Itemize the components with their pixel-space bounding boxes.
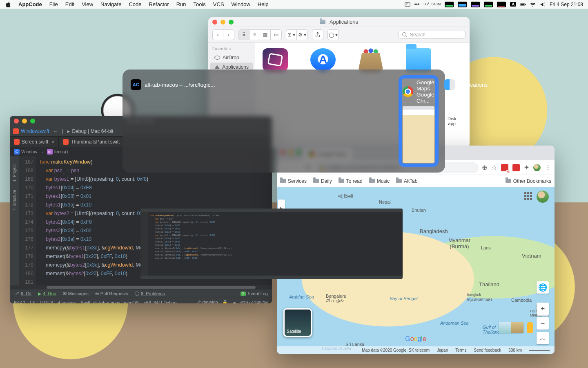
istat-mem-graph[interactable] [458, 2, 467, 7]
google-apps-icon[interactable] [524, 192, 533, 201]
menu-refactor[interactable]: Refactor [145, 0, 172, 9]
close-icon[interactable]: × [51, 139, 54, 145]
tool-messages[interactable]: ✉ Messages [63, 291, 89, 296]
satellite-toggle[interactable]: Satellite [283, 308, 312, 337]
tool-eventlog[interactable]: 2 Event Log [241, 291, 268, 296]
status-target[interactable]: Swift: alt-tab-macos | macOS ...x86_64] … [81, 300, 177, 304]
input-source-icon[interactable]: A [510, 2, 516, 7]
istat-net-graph[interactable] [471, 2, 480, 7]
wifi-icon[interactable] [530, 2, 536, 7]
menu-window[interactable]: Window [228, 0, 254, 9]
siderail-project[interactable]: 1: Project [12, 164, 17, 182]
bookmark-services[interactable]: Services [280, 178, 307, 184]
tool-pulls[interactable]: ⇋ Pull Requests [95, 291, 128, 296]
ide-tool-window-bar: ⎇ 9: Git ▶ 4: Run ✉ Messages ⇋ Pull Requ… [10, 289, 272, 298]
switcher-item-chrome[interactable]: Google Maps - Google Chr... [400, 77, 437, 165]
finder-search[interactable]: Search [398, 31, 466, 39]
menu-file[interactable]: File [46, 0, 62, 9]
expand-icon[interactable]: ︿ [537, 332, 549, 344]
finder-titlebar[interactable]: Applications [208, 17, 470, 27]
search-icon [402, 32, 408, 38]
apple-logo-icon[interactable] [6, 2, 11, 7]
tool-problems[interactable]: ⓘ 6: Problems [135, 291, 165, 297]
bookmark-music[interactable]: Music [369, 178, 390, 184]
gallery-view-icon[interactable]: ▭ [271, 30, 281, 40]
menu-code[interactable]: Code [125, 0, 145, 9]
istat-gpu-graph[interactable] [497, 2, 506, 7]
status-lock-icon[interactable]: 🔒 [222, 300, 228, 303]
istat-disk-graph[interactable] [484, 2, 493, 7]
switcher-item-appcode[interactable]: ACalt-tab-macos – .../src/logic... func … [128, 77, 395, 165]
other-bookmarks[interactable]: Other Bookmarks [506, 178, 551, 184]
icon-view-icon[interactable]: ⠿ [239, 30, 249, 40]
map-feedback[interactable]: Send feedback [474, 348, 501, 352]
pegman-icon[interactable] [527, 322, 533, 333]
tool-run[interactable]: ▶ 4: Run [38, 291, 56, 296]
list-view-icon[interactable]: ≡ [249, 30, 260, 40]
status-branch[interactable]: ⎇ develop [196, 300, 218, 303]
tags-button[interactable]: ◯ ▾ [327, 29, 339, 40]
bookmark-daily[interactable]: Daily [313, 178, 332, 184]
ide-traffic-lights[interactable] [14, 119, 35, 123]
label-bengaluru: Bengaluru ಬೆಂಗಳೂರು [326, 294, 346, 303]
sidebar-item-airdrop[interactable]: AirDrop [210, 53, 253, 62]
status-line-col[interactable]: 68:40 [14, 300, 25, 304]
svg-point-4 [403, 32, 406, 36]
menu-view[interactable]: View [78, 0, 97, 9]
menu-help[interactable]: Help [254, 0, 272, 9]
zoom-in-button[interactable]: + [537, 303, 549, 315]
tag-icon[interactable]: ◯ ▾ [328, 30, 339, 40]
switcher-thumb-chrome [403, 106, 434, 163]
menu-edit[interactable]: Edit [62, 0, 78, 9]
label-bangladesh: Bangladesh [420, 228, 448, 234]
menu-run[interactable]: Run [173, 0, 190, 9]
finder-icon [444, 79, 455, 90]
nav-back-forward[interactable]: ‹› [212, 29, 234, 40]
globe-icon[interactable]: 🌐 [537, 281, 549, 294]
gear-icon[interactable]: ⚙ ▾ [297, 30, 307, 40]
google-avatar[interactable] [537, 191, 549, 203]
map-region[interactable]: Japan [437, 348, 448, 352]
ide-current-file[interactable]: Window.swift [13, 128, 49, 134]
share-button[interactable] [312, 29, 323, 40]
status-encoding[interactable]: UTF-8 [40, 300, 53, 304]
share-icon[interactable] [312, 30, 323, 40]
ide-horizontal-scrollbar[interactable] [10, 285, 272, 289]
tab-thumbnails[interactable]: ThumbnailsPanel.swift [59, 137, 124, 147]
view-mode-segment[interactable]: ⠿ ≡ ▥ ▭ [238, 29, 282, 40]
switcher-item-finder[interactable]: Applications AltTab.appApp Store.appAppC… [442, 77, 588, 165]
group-sort-segment[interactable]: ⊞ ▾⚙ ▾ [286, 29, 308, 40]
menu-vcs[interactable]: VCS [209, 0, 228, 9]
status-indent[interactable]: 4 spaces [58, 300, 76, 304]
menu-tools[interactable]: Tools [189, 0, 209, 9]
map-terms[interactable]: Terms [455, 348, 466, 352]
menu-navigate[interactable]: Navigate [97, 0, 125, 9]
label-gulfthai: Gulf of Thailand [483, 325, 500, 334]
ide-run-config[interactable]: ▸ Debug | Mac 64-bit [67, 128, 113, 134]
tool-git[interactable]: ⎇ 9: Git [14, 291, 31, 296]
appcode-icon: AC [131, 79, 141, 90]
siderail-structure[interactable]: 7: Structure [12, 190, 17, 211]
battery-icon[interactable] [520, 2, 526, 7]
clock[interactable]: Fri 4 Sep 21:08 [550, 2, 583, 7]
istat-temp[interactable]: 36°840M [423, 2, 441, 6]
label-bangkok: Bangkok กรุงเทพมหานคร [467, 293, 492, 303]
folder-icon [320, 20, 325, 24]
volume-icon[interactable] [540, 2, 546, 7]
tab-screen[interactable]: Screen.swift× [10, 137, 59, 147]
sidebar-favorites-header: Favorites [208, 45, 255, 53]
finder-traffic-lights[interactable] [212, 20, 234, 25]
status-memory[interactable]: 619 of 2487M [241, 300, 268, 304]
column-view-icon[interactable]: ▥ [260, 30, 271, 40]
layer-picker[interactable] [499, 322, 523, 333]
istat-dots-icon[interactable]: ••• [414, 2, 420, 7]
status-lf[interactable]: LF [30, 300, 36, 304]
bookmark-alttab[interactable]: AltTab [396, 178, 417, 184]
status-sync-icon[interactable]: ☁ [232, 300, 236, 303]
zoom-out-button[interactable]: − [537, 317, 549, 330]
active-app-name[interactable]: AppCode [15, 0, 46, 9]
istat-window-icon[interactable] [405, 2, 410, 7]
istat-cpu-graph[interactable] [445, 2, 454, 7]
bookmark-toread[interactable]: To read [339, 178, 363, 184]
alt-tab-switcher[interactable]: ACalt-tab-macos – .../src/logic... func … [122, 70, 445, 173]
